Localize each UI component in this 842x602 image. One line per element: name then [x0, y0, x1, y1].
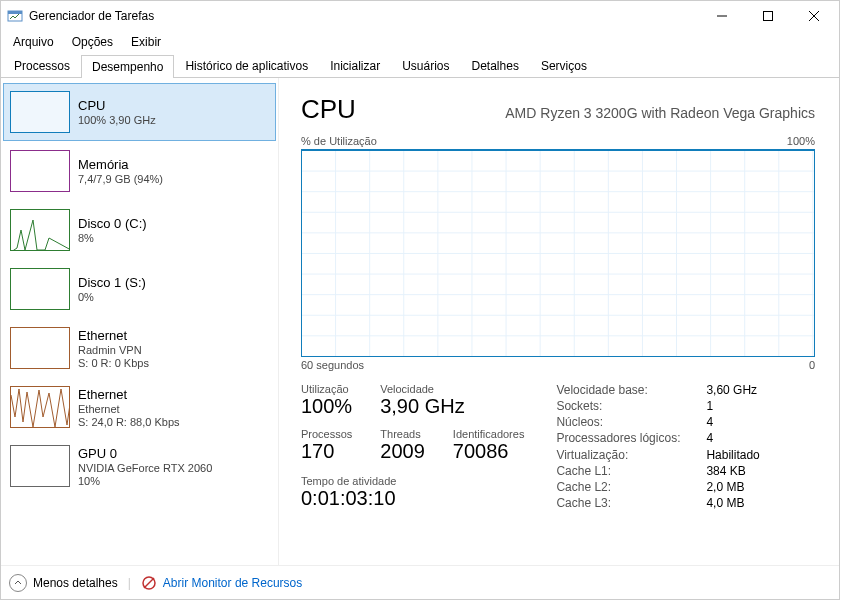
sidebar-item-net-5[interactable]: EthernetEthernetS: 24,0 R: 88,0 Kbps	[3, 378, 276, 436]
maximize-button[interactable]	[745, 1, 791, 31]
chart-label-bottom-right: 0	[809, 359, 815, 371]
side-sub: 10%	[78, 475, 212, 487]
spec-logical-label: Processadores lógicos:	[556, 431, 706, 445]
cpu-detail-panel: CPU AMD Ryzen 3 3200G with Radeon Vega G…	[279, 78, 839, 565]
close-button[interactable]	[791, 1, 837, 31]
side-sub: 8%	[78, 232, 147, 244]
chart-label-top-left: % de Utilização	[301, 135, 377, 147]
side-sub: Radmin VPN	[78, 344, 149, 356]
svg-rect-6	[11, 92, 70, 133]
side-title: Disco 0 (C:)	[78, 216, 147, 231]
spec-base-speed-label: Velocidade base:	[556, 383, 706, 397]
spark-chart	[10, 91, 70, 133]
tab-performance[interactable]: Desempenho	[81, 55, 174, 78]
svg-rect-3	[764, 12, 773, 21]
tab-startup[interactable]: Inicializar	[319, 54, 391, 77]
tab-app-history[interactable]: Histórico de aplicativos	[174, 54, 319, 77]
svg-line-8	[144, 578, 154, 588]
side-sub: Ethernet	[78, 403, 180, 415]
spec-l3-label: Cache L3:	[556, 496, 706, 510]
side-title: CPU	[78, 98, 156, 113]
spec-virtualization-label: Virtualização:	[556, 448, 706, 462]
spec-l1-label: Cache L1:	[556, 464, 706, 478]
performance-sidebar: CPU100% 3,90 GHzMemória7,4/7,9 GB (94%)D…	[1, 78, 279, 565]
side-title: GPU 0	[78, 446, 212, 461]
side-sub: S: 0 R: 0 Kbps	[78, 357, 149, 369]
fewer-details-button[interactable]: Menos detalhes	[9, 574, 118, 592]
stat-uptime-value: 0:01:03:10	[301, 487, 524, 510]
tab-details[interactable]: Detalhes	[461, 54, 530, 77]
side-title: Ethernet	[78, 328, 149, 343]
app-icon	[7, 8, 23, 24]
stat-threads: Threads 2009	[380, 428, 425, 463]
side-title: Memória	[78, 157, 163, 172]
spec-l2-label: Cache L2:	[556, 480, 706, 494]
tab-services[interactable]: Serviços	[530, 54, 598, 77]
stat-utilization: Utilização 100%	[301, 383, 352, 418]
page-title: CPU	[301, 94, 356, 125]
svg-rect-1	[8, 11, 22, 14]
tab-users[interactable]: Usuários	[391, 54, 460, 77]
stat-speed: Velocidade 3,90 GHz	[380, 383, 464, 418]
sidebar-item-mem-1[interactable]: Memória7,4/7,9 GB (94%)	[3, 142, 276, 200]
side-sub: 0%	[78, 291, 146, 303]
side-title: Ethernet	[78, 387, 180, 402]
open-resource-monitor-link[interactable]: Abrir Monitor de Recursos	[141, 575, 302, 591]
spec-cores-label: Núcleos:	[556, 415, 706, 429]
sidebar-item-gpu-6[interactable]: GPU 0NVIDIA GeForce RTX 206010%	[3, 437, 276, 495]
spark-chart	[10, 268, 70, 310]
cpu-spec-table: Velocidade base:3,60 GHz Sockets:1 Núcle…	[556, 383, 786, 510]
window-title: Gerenciador de Tarefas	[29, 9, 699, 23]
side-sub: NVIDIA GeForce RTX 2060	[78, 462, 212, 474]
footer-bar: Menos detalhes | Abrir Monitor de Recurs…	[1, 565, 839, 599]
minimize-button[interactable]	[699, 1, 745, 31]
menu-view[interactable]: Exibir	[123, 33, 169, 51]
spark-chart	[10, 150, 70, 192]
sidebar-item-disk-2[interactable]: Disco 0 (C:)8%	[3, 201, 276, 259]
menu-options[interactable]: Opções	[64, 33, 121, 51]
menu-file[interactable]: Arquivo	[5, 33, 62, 51]
side-sub: S: 24,0 R: 88,0 Kbps	[78, 416, 180, 428]
side-sub: 7,4/7,9 GB (94%)	[78, 173, 163, 185]
chart-label-bottom-left: 60 segundos	[301, 359, 364, 371]
sidebar-item-disk-3[interactable]: Disco 1 (S:)0%	[3, 260, 276, 318]
tab-processes[interactable]: Processos	[3, 54, 81, 77]
tab-bar: Processos Desempenho Histórico de aplica…	[1, 53, 839, 78]
spec-sockets-label: Sockets:	[556, 399, 706, 413]
chevron-up-icon	[9, 574, 27, 592]
resource-monitor-icon	[141, 575, 157, 591]
stat-processes: Processos 170	[301, 428, 352, 463]
sidebar-item-cpu-0[interactable]: CPU100% 3,90 GHz	[3, 83, 276, 141]
spark-chart	[10, 327, 70, 369]
menubar: Arquivo Opções Exibir	[1, 31, 839, 53]
spark-chart	[10, 386, 70, 428]
task-manager-window: Gerenciador de Tarefas Arquivo Opções Ex…	[0, 0, 840, 600]
stat-uptime-label: Tempo de atividade	[301, 475, 524, 487]
cpu-name: AMD Ryzen 3 3200G with Radeon Vega Graph…	[505, 105, 815, 121]
side-sub: 100% 3,90 GHz	[78, 114, 156, 126]
side-title: Disco 1 (S:)	[78, 275, 146, 290]
spark-chart	[10, 209, 70, 251]
sidebar-item-net-4[interactable]: EthernetRadmin VPNS: 0 R: 0 Kbps	[3, 319, 276, 377]
spark-chart	[10, 445, 70, 487]
chart-label-top-right: 100%	[787, 135, 815, 147]
cpu-utilization-chart[interactable]	[301, 149, 815, 357]
stat-handles: Identificadores 70086	[453, 428, 525, 463]
